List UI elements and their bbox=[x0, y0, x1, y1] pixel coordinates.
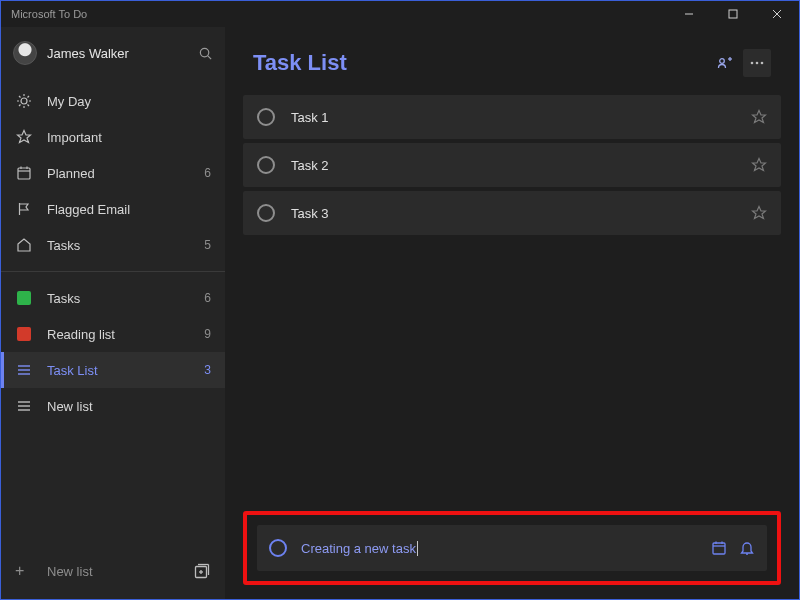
list-color-icon bbox=[15, 291, 33, 305]
sidebar: James Walker bbox=[1, 27, 225, 599]
task-row[interactable]: Task 2 bbox=[243, 143, 781, 187]
search-icon[interactable] bbox=[198, 46, 213, 61]
svg-marker-15 bbox=[18, 131, 31, 143]
nav-count: 5 bbox=[204, 238, 211, 252]
avatar bbox=[13, 41, 37, 65]
task-list: Task 1 Task 2 Task 3 bbox=[225, 95, 799, 239]
sidebar-divider bbox=[1, 271, 225, 272]
nav-label: New list bbox=[47, 399, 211, 414]
star-icon bbox=[15, 129, 33, 145]
list-lines-icon bbox=[15, 362, 33, 378]
smart-lists: My Day Important bbox=[1, 79, 225, 424]
app-name: Microsoft To Do bbox=[11, 8, 87, 20]
add-task-text: Creating a new task bbox=[301, 541, 416, 556]
list-reading-list[interactable]: Reading list 9 bbox=[1, 316, 225, 352]
list-new-list[interactable]: New list bbox=[1, 388, 225, 424]
task-complete-circle[interactable] bbox=[257, 156, 275, 174]
add-task-circle-icon bbox=[269, 539, 287, 557]
due-date-icon[interactable] bbox=[711, 540, 727, 556]
nav-label: Planned bbox=[47, 166, 204, 181]
sun-icon bbox=[15, 93, 33, 109]
svg-point-35 bbox=[751, 62, 754, 65]
profile-row[interactable]: James Walker bbox=[1, 27, 225, 79]
svg-rect-16 bbox=[18, 168, 30, 179]
window-close-button[interactable] bbox=[755, 1, 799, 27]
nav-count: 9 bbox=[204, 327, 211, 341]
nav-planned[interactable]: Planned 6 bbox=[1, 155, 225, 191]
nav-my-day[interactable]: My Day bbox=[1, 83, 225, 119]
new-list-label: New list bbox=[47, 564, 193, 579]
nav-count: 6 bbox=[204, 166, 211, 180]
svg-rect-41 bbox=[713, 543, 725, 554]
task-label: Task 2 bbox=[291, 158, 751, 173]
nav-label: Important bbox=[47, 130, 211, 145]
new-group-icon[interactable] bbox=[193, 562, 211, 580]
list-task-list[interactable]: Task List 3 bbox=[1, 352, 225, 388]
nav-label: Tasks bbox=[47, 238, 204, 253]
home-icon bbox=[15, 237, 33, 253]
nav-label: My Day bbox=[47, 94, 211, 109]
text-caret bbox=[417, 541, 418, 556]
page-title: Task List bbox=[253, 50, 707, 76]
profile-name: James Walker bbox=[47, 46, 198, 61]
task-star-icon[interactable] bbox=[751, 205, 767, 221]
task-complete-circle[interactable] bbox=[257, 108, 275, 126]
nav-count: 6 bbox=[204, 291, 211, 305]
list-color-icon bbox=[15, 327, 33, 341]
annotation-highlight: Creating a new task bbox=[243, 511, 781, 585]
nav-label: Reading list bbox=[47, 327, 204, 342]
share-list-icon[interactable] bbox=[711, 49, 739, 77]
flag-icon bbox=[15, 201, 33, 217]
app-window: Microsoft To Do James Walker bbox=[0, 0, 800, 600]
svg-point-6 bbox=[21, 98, 27, 104]
more-options-icon[interactable] bbox=[743, 49, 771, 77]
list-lines-icon bbox=[15, 398, 33, 414]
svg-line-14 bbox=[28, 96, 30, 98]
list-tasks[interactable]: Tasks 6 bbox=[1, 280, 225, 316]
nav-flagged-email[interactable]: Flagged Email bbox=[1, 191, 225, 227]
svg-rect-1 bbox=[729, 10, 737, 18]
svg-marker-38 bbox=[753, 111, 766, 123]
svg-point-36 bbox=[756, 62, 759, 65]
list-header: Task List bbox=[225, 27, 799, 95]
plus-icon: + bbox=[15, 562, 33, 580]
titlebar: Microsoft To Do bbox=[1, 1, 799, 27]
nav-label: Tasks bbox=[47, 291, 204, 306]
main-panel: Task List Task 1 bbox=[225, 27, 799, 599]
task-row[interactable]: Task 1 bbox=[243, 95, 781, 139]
calendar-icon bbox=[15, 165, 33, 181]
add-task-bar[interactable]: Creating a new task bbox=[257, 525, 767, 571]
add-task-input[interactable]: Creating a new task bbox=[301, 541, 699, 556]
window-minimize-button[interactable] bbox=[667, 1, 711, 27]
svg-line-5 bbox=[208, 55, 211, 58]
nav-label: Task List bbox=[47, 363, 204, 378]
window-maximize-button[interactable] bbox=[711, 1, 755, 27]
task-star-icon[interactable] bbox=[751, 157, 767, 173]
svg-point-4 bbox=[200, 48, 208, 56]
new-list-button[interactable]: + New list bbox=[1, 553, 225, 589]
svg-line-13 bbox=[19, 105, 21, 107]
task-row[interactable]: Task 3 bbox=[243, 191, 781, 235]
task-complete-circle[interactable] bbox=[257, 204, 275, 222]
task-label: Task 1 bbox=[291, 110, 751, 125]
nav-label: Flagged Email bbox=[47, 202, 211, 217]
svg-line-12 bbox=[28, 105, 30, 107]
nav-count: 3 bbox=[204, 363, 211, 377]
svg-point-37 bbox=[761, 62, 764, 65]
nav-important[interactable]: Important bbox=[1, 119, 225, 155]
reminder-bell-icon[interactable] bbox=[739, 540, 755, 556]
nav-tasks[interactable]: Tasks 5 bbox=[1, 227, 225, 263]
svg-marker-40 bbox=[753, 207, 766, 219]
svg-line-11 bbox=[19, 96, 21, 98]
task-star-icon[interactable] bbox=[751, 109, 767, 125]
svg-marker-39 bbox=[753, 159, 766, 171]
svg-point-32 bbox=[720, 59, 725, 64]
task-label: Task 3 bbox=[291, 206, 751, 221]
